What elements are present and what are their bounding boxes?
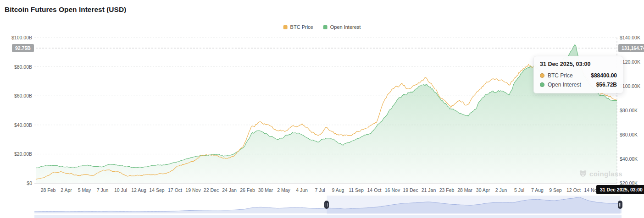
right-axis-tick: $140.00K xyxy=(620,35,640,40)
left-axis-tick: $100.00B xyxy=(11,35,32,40)
navigator-selected-range[interactable] xyxy=(327,196,620,214)
x-axis-tick: 9 Sep xyxy=(549,187,561,193)
crosshair-left-badge: 92.75B xyxy=(12,44,34,52)
left-axis-tick: $60.00B xyxy=(14,93,32,98)
right-axis-tick: $80.00K xyxy=(620,108,638,113)
x-axis-tick: 30 Apr xyxy=(476,187,490,193)
open-interest-area xyxy=(36,44,617,183)
brush-handle-right[interactable] xyxy=(618,201,622,209)
x-axis-tick: 23 Feb xyxy=(439,187,455,193)
watermark-text: coinglass xyxy=(589,170,622,178)
x-axis-tick: 30 Mar xyxy=(258,187,273,193)
x-axis-tick: 9 Aug xyxy=(332,187,344,193)
tooltip-label-open-interest: Open Interest xyxy=(548,82,593,88)
x-axis-tick: 17 Oct xyxy=(168,187,182,193)
x-axis-tick: 11 Sep xyxy=(349,187,364,193)
x-axis-tick: 28 Mar xyxy=(457,187,472,193)
chart-panel: Bitcoin Futures Open Interest (USD) BTC … xyxy=(0,0,644,218)
chart-canvas[interactable] xyxy=(0,0,644,218)
tooltip-row-btc-price: BTC Price $88400.00 xyxy=(540,72,617,79)
x-axis-tick: 2 Jun xyxy=(495,187,507,193)
x-axis-tick: 19 Nov xyxy=(185,187,200,193)
x-axis-tick: 7 Jun xyxy=(97,187,109,193)
open-interest-dot-icon xyxy=(540,82,544,87)
x-axis-tick: 22 Dec xyxy=(204,187,219,193)
left-axis-tick: $0 xyxy=(27,180,32,186)
x-axis-tick: 12 Aug xyxy=(131,187,146,193)
x-axis-tick: 24 Jan xyxy=(222,187,237,193)
x-axis-tick: 7 Aug xyxy=(531,187,544,193)
x-axis-tick: 7 Jul xyxy=(315,187,325,193)
x-axis-tick: 10 Jul xyxy=(114,187,127,193)
coinglass-logo-icon xyxy=(579,169,587,178)
right-axis-tick: $60.00K xyxy=(620,132,638,137)
x-axis-tick: 16 Nov xyxy=(385,187,400,193)
left-axis-tick: $40.00B xyxy=(14,122,32,128)
btc-price-dot-icon xyxy=(540,73,544,78)
x-axis-tick: 12 Oct xyxy=(566,187,581,193)
tooltip-value-btc-price: $88400.00 xyxy=(591,72,617,79)
crosshair-date-badge: 31 Dec 2025, 03:00 xyxy=(596,185,644,194)
left-axis: $100.00B$80.00B$60.00B$40.00B$20.00B$0 xyxy=(0,0,32,192)
tooltip-date: 31 Dec 2025, 03:00 xyxy=(540,61,617,67)
x-axis-tick: 5 Jul xyxy=(514,187,524,193)
tooltip-label-btc-price: BTC Price xyxy=(548,72,588,79)
x-axis: 28 Feb2 Apr5 May7 Jun10 Jul12 Aug14 Sep1… xyxy=(0,187,644,195)
tooltip: 31 Dec 2025, 03:00 BTC Price $88400.00 O… xyxy=(533,56,623,93)
x-axis-tick: 5 May xyxy=(78,187,91,193)
x-axis-tick: 14 Oct xyxy=(367,187,382,193)
crosshair-right-badge: 131,164.74 xyxy=(618,44,644,52)
navigator-track xyxy=(34,215,622,218)
x-axis-tick: 28 Feb xyxy=(41,187,56,193)
right-axis-tick: $40.00K xyxy=(620,156,638,162)
tooltip-row-open-interest: Open Interest $56.72B xyxy=(540,82,617,88)
watermark: coinglass xyxy=(579,169,622,178)
tooltip-value-open-interest: $56.72B xyxy=(596,82,617,88)
x-axis-tick: 19 Dec xyxy=(403,187,418,193)
left-axis-tick: $20.00B xyxy=(14,151,32,157)
brush-handle-left[interactable] xyxy=(324,201,329,209)
x-axis-tick: 4 Jun xyxy=(296,187,308,193)
right-axis: $140.00K$120.00K$100.00K$80.00K$60.00K$4… xyxy=(620,0,644,192)
x-axis-tick: 2 Apr xyxy=(61,187,72,193)
x-axis-tick: 2 May xyxy=(277,187,290,193)
left-axis-tick: $80.00B xyxy=(14,64,32,70)
x-axis-tick: 26 Feb xyxy=(240,187,255,193)
x-axis-tick: 21 Jan xyxy=(422,187,436,193)
x-axis-tick: 14 Sep xyxy=(149,187,164,193)
